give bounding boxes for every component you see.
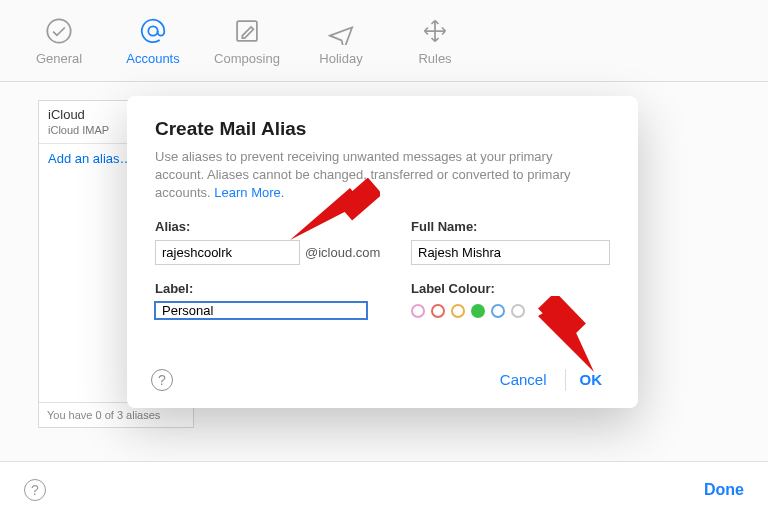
toolbar-general[interactable]: General (12, 8, 106, 74)
svg-point-1 (148, 26, 157, 35)
color-gray[interactable] (511, 304, 525, 318)
color-green[interactable] (471, 304, 485, 318)
compose-icon (233, 17, 261, 45)
svg-point-0 (47, 19, 70, 42)
modal-sheet-footer: ? Done (0, 461, 768, 517)
modal-description: Use aliases to prevent receiving unwante… (155, 148, 605, 203)
label-input[interactable] (155, 302, 367, 319)
alias-input[interactable] (155, 240, 300, 265)
color-blue[interactable] (491, 304, 505, 318)
check-circle-icon (45, 17, 73, 45)
create-alias-modal: Create Mail Alias Use aliases to prevent… (127, 96, 638, 408)
alias-label: Alias: (155, 219, 395, 234)
toolbar-composing[interactable]: Composing (200, 8, 294, 74)
sheet-help-button[interactable]: ? (24, 479, 46, 501)
color-red[interactable] (431, 304, 445, 318)
toolbar-rules[interactable]: Rules (388, 8, 482, 74)
modal-footer: ? Cancel OK (151, 367, 610, 392)
done-button[interactable]: Done (704, 481, 744, 499)
learn-more-link[interactable]: Learn More. (214, 185, 284, 200)
fullname-label: Full Name: (411, 219, 610, 234)
color-field-group: Label Colour: (411, 281, 610, 319)
color-label: Label Colour: (411, 281, 610, 296)
toolbar-holiday-label: Holiday (319, 51, 362, 66)
label-field-group: Label: (155, 281, 395, 319)
toolbar-rules-label: Rules (418, 51, 451, 66)
button-separator (565, 369, 566, 391)
toolbar-composing-label: Composing (214, 51, 280, 66)
toolbar-general-label: General (36, 51, 82, 66)
modal-title: Create Mail Alias (155, 118, 610, 140)
airplane-icon (327, 17, 355, 45)
alias-field-group: Alias: @icloud.com (155, 219, 395, 265)
color-pink[interactable] (411, 304, 425, 318)
arrows-move-icon (421, 17, 449, 45)
toolbar-accounts-label: Accounts (126, 51, 179, 66)
cancel-button[interactable]: Cancel (488, 367, 559, 392)
toolbar-accounts[interactable]: Accounts (106, 8, 200, 74)
color-yellow[interactable] (451, 304, 465, 318)
at-sign-icon (139, 17, 167, 45)
alias-domain: @icloud.com (305, 245, 380, 260)
color-options (411, 304, 610, 318)
toolbar-holiday[interactable]: Holiday (294, 8, 388, 74)
modal-help-button[interactable]: ? (151, 369, 173, 391)
fullname-input[interactable] (411, 240, 610, 265)
label-label: Label: (155, 281, 395, 296)
fullname-field-group: Full Name: (411, 219, 610, 265)
ok-button[interactable]: OK (572, 367, 611, 392)
preferences-toolbar: General Accounts Composing Holiday Rules (0, 0, 768, 82)
